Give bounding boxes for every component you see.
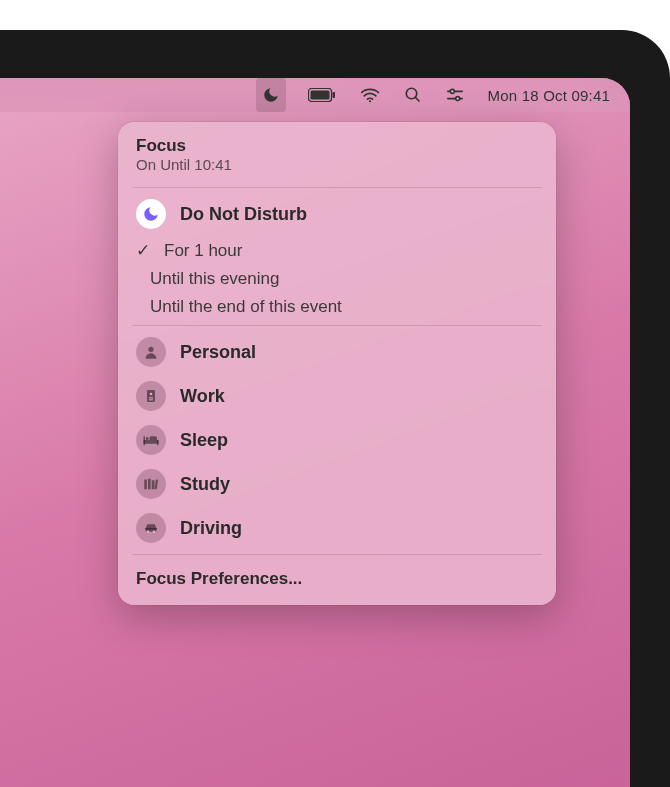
dnd-option-label: Until this evening xyxy=(150,269,538,289)
focus-mode-personal[interactable]: Personal xyxy=(118,330,556,374)
focus-mode-label: Personal xyxy=(180,342,538,363)
svg-rect-16 xyxy=(144,436,146,445)
dnd-option-until-event-end[interactable]: Until the end of this event xyxy=(118,293,556,321)
svg-rect-19 xyxy=(144,480,147,490)
svg-point-24 xyxy=(153,530,156,533)
moon-icon xyxy=(262,86,280,104)
menu-bar: Mon 18 Oct 09:41 xyxy=(0,78,630,112)
svg-point-9 xyxy=(455,97,459,101)
divider xyxy=(132,325,542,326)
focus-preferences-label: Focus Preferences... xyxy=(136,569,302,588)
battery-icon xyxy=(308,88,336,102)
focus-mode-work[interactable]: Work xyxy=(118,374,556,418)
svg-rect-20 xyxy=(148,479,151,490)
check-icon: ✓ xyxy=(136,240,150,261)
bed-icon xyxy=(136,425,166,455)
svg-rect-2 xyxy=(332,92,335,98)
spotlight-menubar-item[interactable] xyxy=(402,78,424,112)
focus-preferences-link[interactable]: Focus Preferences... xyxy=(118,559,556,595)
svg-line-5 xyxy=(415,97,419,101)
battery-menubar-item[interactable] xyxy=(306,78,338,112)
svg-point-3 xyxy=(368,100,370,102)
datetime-menubar-item[interactable]: Mon 18 Oct 09:41 xyxy=(486,78,612,112)
dnd-option-until-evening[interactable]: Until this evening xyxy=(118,265,556,293)
dnd-option-label: Until the end of this event xyxy=(150,297,538,317)
svg-rect-25 xyxy=(145,528,157,530)
svg-rect-15 xyxy=(144,440,159,444)
svg-point-10 xyxy=(148,347,153,352)
focus-mode-label: Driving xyxy=(180,518,538,539)
focus-menubar-item[interactable] xyxy=(256,78,286,112)
svg-rect-13 xyxy=(149,397,153,398)
svg-rect-21 xyxy=(152,480,155,489)
wifi-menubar-item[interactable] xyxy=(358,78,382,112)
control-center-menubar-item[interactable] xyxy=(444,78,466,112)
focus-title: Focus xyxy=(136,136,538,156)
svg-rect-14 xyxy=(149,399,153,400)
datetime-text: Mon 18 Oct 09:41 xyxy=(488,87,610,104)
focus-panel: Focus On Until 10:41 Do Not Disturb ✓ Fo… xyxy=(118,122,556,605)
wifi-icon xyxy=(360,87,380,103)
svg-point-18 xyxy=(146,437,149,440)
divider xyxy=(132,187,542,188)
svg-point-23 xyxy=(147,530,150,533)
focus-subtitle: On Until 10:41 xyxy=(136,156,538,173)
focus-mode-sleep[interactable]: Sleep xyxy=(118,418,556,462)
desktop-screen: Mon 18 Oct 09:41 Focus On Until 10:41 Do… xyxy=(0,78,630,787)
svg-rect-17 xyxy=(157,440,159,445)
focus-mode-label: Sleep xyxy=(180,430,538,451)
search-icon xyxy=(404,86,422,104)
person-icon xyxy=(136,337,166,367)
focus-mode-study[interactable]: Study xyxy=(118,462,556,506)
do-not-disturb-label: Do Not Disturb xyxy=(180,204,538,225)
device-frame: Mon 18 Oct 09:41 Focus On Until 10:41 Do… xyxy=(0,30,670,787)
car-icon xyxy=(136,513,166,543)
focus-panel-header: Focus On Until 10:41 xyxy=(118,136,556,183)
focus-mode-label: Work xyxy=(180,386,538,407)
svg-point-12 xyxy=(150,393,153,396)
dnd-option-for-1-hour[interactable]: ✓ For 1 hour xyxy=(118,236,556,265)
focus-mode-driving[interactable]: Driving xyxy=(118,506,556,550)
dnd-option-label: For 1 hour xyxy=(164,241,538,261)
badge-icon xyxy=(136,381,166,411)
focus-mode-label: Study xyxy=(180,474,538,495)
do-not-disturb-row[interactable]: Do Not Disturb xyxy=(118,192,556,236)
svg-point-7 xyxy=(450,89,454,93)
control-center-icon xyxy=(446,87,464,103)
svg-rect-22 xyxy=(154,479,158,489)
divider xyxy=(132,554,542,555)
moon-icon xyxy=(136,199,166,229)
svg-rect-1 xyxy=(310,91,329,100)
books-icon xyxy=(136,469,166,499)
